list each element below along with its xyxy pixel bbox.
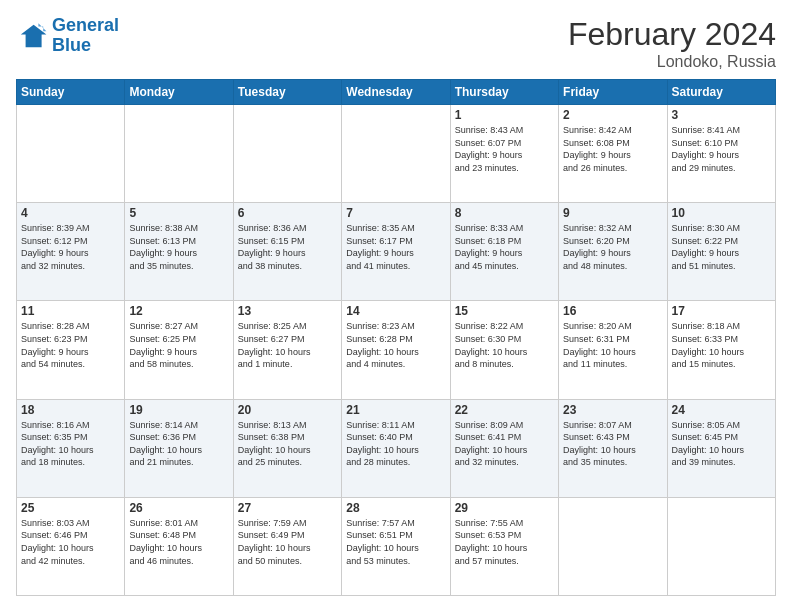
- day-info: Sunrise: 8:41 AMSunset: 6:10 PMDaylight:…: [672, 124, 771, 174]
- day-number: 23: [563, 403, 662, 417]
- day-number: 6: [238, 206, 337, 220]
- day-number: 24: [672, 403, 771, 417]
- calendar-table: SundayMondayTuesdayWednesdayThursdayFrid…: [16, 79, 776, 596]
- day-number: 14: [346, 304, 445, 318]
- calendar-cell: 28Sunrise: 7:57 AMSunset: 6:51 PMDayligh…: [342, 497, 450, 595]
- day-info: Sunrise: 8:03 AMSunset: 6:46 PMDaylight:…: [21, 517, 120, 567]
- calendar-cell: 4Sunrise: 8:39 AMSunset: 6:12 PMDaylight…: [17, 203, 125, 301]
- title-block: February 2024 Londoko, Russia: [568, 16, 776, 71]
- calendar-cell: [17, 105, 125, 203]
- svg-marker-0: [21, 25, 47, 47]
- calendar-cell: 10Sunrise: 8:30 AMSunset: 6:22 PMDayligh…: [667, 203, 775, 301]
- subtitle: Londoko, Russia: [568, 53, 776, 71]
- calendar-cell: 18Sunrise: 8:16 AMSunset: 6:35 PMDayligh…: [17, 399, 125, 497]
- calendar-cell: 2Sunrise: 8:42 AMSunset: 6:08 PMDaylight…: [559, 105, 667, 203]
- logo: General Blue: [16, 16, 119, 56]
- day-number: 17: [672, 304, 771, 318]
- header: General Blue February 2024 Londoko, Russ…: [16, 16, 776, 71]
- day-number: 2: [563, 108, 662, 122]
- logo-line1: General: [52, 15, 119, 35]
- day-number: 20: [238, 403, 337, 417]
- calendar-cell: 8Sunrise: 8:33 AMSunset: 6:18 PMDaylight…: [450, 203, 558, 301]
- calendar-cell: 9Sunrise: 8:32 AMSunset: 6:20 PMDaylight…: [559, 203, 667, 301]
- day-number: 11: [21, 304, 120, 318]
- day-number: 27: [238, 501, 337, 515]
- calendar-cell: 20Sunrise: 8:13 AMSunset: 6:38 PMDayligh…: [233, 399, 341, 497]
- calendar-cell: 25Sunrise: 8:03 AMSunset: 6:46 PMDayligh…: [17, 497, 125, 595]
- calendar-cell: 16Sunrise: 8:20 AMSunset: 6:31 PMDayligh…: [559, 301, 667, 399]
- calendar-cell: 6Sunrise: 8:36 AMSunset: 6:15 PMDaylight…: [233, 203, 341, 301]
- col-header-wednesday: Wednesday: [342, 80, 450, 105]
- calendar-cell: 7Sunrise: 8:35 AMSunset: 6:17 PMDaylight…: [342, 203, 450, 301]
- day-number: 10: [672, 206, 771, 220]
- day-number: 26: [129, 501, 228, 515]
- logo-icon: [16, 20, 48, 52]
- col-header-friday: Friday: [559, 80, 667, 105]
- day-number: 16: [563, 304, 662, 318]
- day-number: 13: [238, 304, 337, 318]
- col-header-tuesday: Tuesday: [233, 80, 341, 105]
- day-info: Sunrise: 8:33 AMSunset: 6:18 PMDaylight:…: [455, 222, 554, 272]
- calendar-cell: 24Sunrise: 8:05 AMSunset: 6:45 PMDayligh…: [667, 399, 775, 497]
- day-info: Sunrise: 8:16 AMSunset: 6:35 PMDaylight:…: [21, 419, 120, 469]
- calendar-cell: [342, 105, 450, 203]
- day-number: 7: [346, 206, 445, 220]
- day-number: 22: [455, 403, 554, 417]
- day-number: 3: [672, 108, 771, 122]
- calendar-cell: 13Sunrise: 8:25 AMSunset: 6:27 PMDayligh…: [233, 301, 341, 399]
- day-info: Sunrise: 8:13 AMSunset: 6:38 PMDaylight:…: [238, 419, 337, 469]
- day-info: Sunrise: 8:43 AMSunset: 6:07 PMDaylight:…: [455, 124, 554, 174]
- day-info: Sunrise: 8:28 AMSunset: 6:23 PMDaylight:…: [21, 320, 120, 370]
- day-info: Sunrise: 8:25 AMSunset: 6:27 PMDaylight:…: [238, 320, 337, 370]
- day-number: 21: [346, 403, 445, 417]
- calendar-cell: [233, 105, 341, 203]
- day-info: Sunrise: 7:57 AMSunset: 6:51 PMDaylight:…: [346, 517, 445, 567]
- calendar-cell: 27Sunrise: 7:59 AMSunset: 6:49 PMDayligh…: [233, 497, 341, 595]
- week-row-2: 4Sunrise: 8:39 AMSunset: 6:12 PMDaylight…: [17, 203, 776, 301]
- day-info: Sunrise: 8:39 AMSunset: 6:12 PMDaylight:…: [21, 222, 120, 272]
- week-row-5: 25Sunrise: 8:03 AMSunset: 6:46 PMDayligh…: [17, 497, 776, 595]
- calendar-cell: 17Sunrise: 8:18 AMSunset: 6:33 PMDayligh…: [667, 301, 775, 399]
- day-info: Sunrise: 8:14 AMSunset: 6:36 PMDaylight:…: [129, 419, 228, 469]
- day-info: Sunrise: 7:55 AMSunset: 6:53 PMDaylight:…: [455, 517, 554, 567]
- day-info: Sunrise: 8:27 AMSunset: 6:25 PMDaylight:…: [129, 320, 228, 370]
- calendar-cell: 11Sunrise: 8:28 AMSunset: 6:23 PMDayligh…: [17, 301, 125, 399]
- calendar-cell: 26Sunrise: 8:01 AMSunset: 6:48 PMDayligh…: [125, 497, 233, 595]
- day-info: Sunrise: 8:11 AMSunset: 6:40 PMDaylight:…: [346, 419, 445, 469]
- week-row-1: 1Sunrise: 8:43 AMSunset: 6:07 PMDaylight…: [17, 105, 776, 203]
- day-number: 18: [21, 403, 120, 417]
- calendar-cell: 21Sunrise: 8:11 AMSunset: 6:40 PMDayligh…: [342, 399, 450, 497]
- day-info: Sunrise: 8:32 AMSunset: 6:20 PMDaylight:…: [563, 222, 662, 272]
- day-info: Sunrise: 8:42 AMSunset: 6:08 PMDaylight:…: [563, 124, 662, 174]
- day-number: 19: [129, 403, 228, 417]
- day-info: Sunrise: 8:35 AMSunset: 6:17 PMDaylight:…: [346, 222, 445, 272]
- calendar-cell: 23Sunrise: 8:07 AMSunset: 6:43 PMDayligh…: [559, 399, 667, 497]
- day-number: 12: [129, 304, 228, 318]
- col-header-sunday: Sunday: [17, 80, 125, 105]
- day-info: Sunrise: 8:20 AMSunset: 6:31 PMDaylight:…: [563, 320, 662, 370]
- calendar-cell: 19Sunrise: 8:14 AMSunset: 6:36 PMDayligh…: [125, 399, 233, 497]
- col-header-saturday: Saturday: [667, 80, 775, 105]
- week-row-3: 11Sunrise: 8:28 AMSunset: 6:23 PMDayligh…: [17, 301, 776, 399]
- page: General Blue February 2024 Londoko, Russ…: [0, 0, 792, 612]
- day-info: Sunrise: 7:59 AMSunset: 6:49 PMDaylight:…: [238, 517, 337, 567]
- logo-line2: Blue: [52, 35, 91, 55]
- logo-text: General Blue: [52, 16, 119, 56]
- day-number: 8: [455, 206, 554, 220]
- calendar-cell: [667, 497, 775, 595]
- day-number: 4: [21, 206, 120, 220]
- day-number: 15: [455, 304, 554, 318]
- calendar-cell: 14Sunrise: 8:23 AMSunset: 6:28 PMDayligh…: [342, 301, 450, 399]
- day-info: Sunrise: 8:36 AMSunset: 6:15 PMDaylight:…: [238, 222, 337, 272]
- day-info: Sunrise: 8:01 AMSunset: 6:48 PMDaylight:…: [129, 517, 228, 567]
- calendar-cell: 12Sunrise: 8:27 AMSunset: 6:25 PMDayligh…: [125, 301, 233, 399]
- day-info: Sunrise: 8:23 AMSunset: 6:28 PMDaylight:…: [346, 320, 445, 370]
- calendar-cell: [125, 105, 233, 203]
- day-info: Sunrise: 8:22 AMSunset: 6:30 PMDaylight:…: [455, 320, 554, 370]
- day-info: Sunrise: 8:07 AMSunset: 6:43 PMDaylight:…: [563, 419, 662, 469]
- calendar-cell: 22Sunrise: 8:09 AMSunset: 6:41 PMDayligh…: [450, 399, 558, 497]
- calendar-cell: 15Sunrise: 8:22 AMSunset: 6:30 PMDayligh…: [450, 301, 558, 399]
- day-number: 5: [129, 206, 228, 220]
- calendar-cell: 5Sunrise: 8:38 AMSunset: 6:13 PMDaylight…: [125, 203, 233, 301]
- day-info: Sunrise: 8:38 AMSunset: 6:13 PMDaylight:…: [129, 222, 228, 272]
